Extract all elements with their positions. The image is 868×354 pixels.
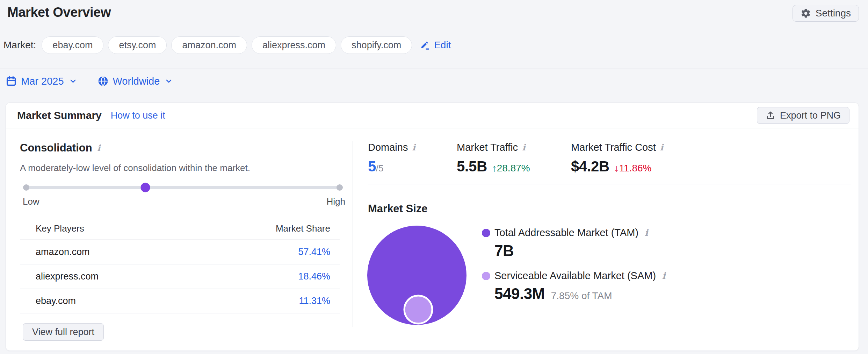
player-market-share[interactable]: 57.41% (196, 240, 340, 264)
market-label: Market: (3, 40, 36, 51)
page-header: Market Overview Settings (0, 0, 868, 22)
tam-legend-block: Total Addressable Market (TAM) i 7B (482, 227, 666, 260)
globe-icon (97, 76, 109, 87)
player-market-share[interactable]: 18.46% (196, 264, 340, 289)
export-icon (766, 111, 775, 120)
column-divider (353, 141, 353, 327)
info-icon[interactable]: i (97, 144, 101, 153)
stat-label: Domains i (368, 142, 440, 153)
slider-low-endpoint (23, 184, 29, 191)
stat-label-text: Domains (368, 142, 408, 153)
slider-low-label: Low (23, 196, 39, 207)
stat-value-row: 5 /5 (368, 158, 440, 175)
tam-value-row: 7B (494, 242, 666, 260)
market-traffic-value: 5.5B (457, 158, 487, 175)
region-selector-label: Worldwide (113, 76, 160, 87)
info-icon[interactable]: i (412, 143, 415, 152)
domains-value: 5 (368, 158, 376, 175)
market-domain-pill[interactable]: aliexpress.com (252, 36, 336, 54)
card-body: Consolidation i A moderately-low level o… (6, 128, 859, 351)
tam-dot-icon (482, 229, 490, 237)
consolidation-slider-handle[interactable] (140, 183, 150, 192)
calendar-icon (6, 76, 17, 87)
consolidation-title: Consolidation i (20, 142, 353, 154)
card-title: Market Summary (17, 109, 102, 121)
pencil-icon (420, 40, 431, 50)
stat-value-row: $4.2B ↓11.86% (571, 158, 851, 175)
stat-label-text: Market Traffic Cost (571, 142, 656, 153)
stat-label: Market Traffic Cost i (571, 142, 851, 153)
player-domain: aliexpress.com (20, 264, 196, 289)
slider-high-endpoint (337, 184, 343, 191)
sam-value: 549.3M (494, 285, 545, 303)
info-icon[interactable]: i (660, 143, 664, 152)
stat-label-text: Market Traffic (457, 142, 518, 153)
stats-divider (368, 184, 851, 184)
market-size-title: Market Size (368, 203, 851, 215)
info-icon[interactable]: i (645, 228, 648, 237)
slider-track (26, 186, 340, 189)
table-row: aliexpress.com 18.46% (20, 264, 340, 289)
market-bar: Market: ebay.com etsy.com amazon.com ali… (3, 36, 868, 54)
how-to-use-link[interactable]: How to use it (111, 110, 165, 121)
consolidation-panel: Consolidation i A moderately-low level o… (6, 128, 353, 351)
stat-domains: Domains i 5 /5 (368, 142, 440, 175)
sam-bubble[interactable] (404, 296, 432, 324)
card-header: Market Summary How to use it Export to P… (6, 103, 859, 128)
page-title: Market Overview (7, 5, 111, 20)
edit-link-label: Edit (434, 40, 451, 51)
market-domain-pill[interactable]: ebay.com (42, 36, 103, 54)
market-stats-panel: Domains i 5 /5 Market Traffic i 5.5 (353, 128, 859, 351)
gear-icon (801, 8, 811, 19)
date-selector-label: Mar 2025 (21, 76, 64, 87)
table-row: amazon.com 57.41% (20, 240, 340, 264)
sam-legend-row: Serviceable Available Market (SAM) i (482, 270, 666, 282)
market-size-body: Total Addressable Market (TAM) i 7B Serv… (368, 224, 851, 326)
market-traffic-cost-change: ↓11.86% (614, 163, 652, 174)
date-selector[interactable]: Mar 2025 (6, 76, 77, 87)
stat-label: Market Traffic i (457, 142, 556, 153)
player-market-share[interactable]: 11.31% (196, 289, 340, 313)
market-traffic-cost-value: $4.2B (571, 158, 609, 175)
info-icon[interactable]: i (522, 143, 526, 152)
table-row: ebay.com 11.31% (20, 289, 340, 313)
sam-label: Serviceable Available Market (SAM) (494, 270, 656, 282)
consolidation-slider (26, 183, 340, 192)
settings-button-label: Settings (816, 8, 851, 19)
sam-dot-icon (482, 272, 490, 280)
sam-percent-of-tam: 7.85% of TAM (551, 290, 612, 302)
tam-legend-row: Total Addressable Market (TAM) i (482, 227, 666, 239)
info-icon[interactable]: i (662, 271, 666, 280)
stat-value-row: 5.5B ↑28.87% (457, 158, 556, 175)
market-share-header: Market Share (196, 218, 340, 240)
stat-market-traffic-cost: Market Traffic Cost i $4.2B ↓11.86% (556, 142, 851, 175)
edit-market-link[interactable]: Edit (420, 40, 451, 51)
market-domain-pill[interactable]: shopify.com (341, 36, 412, 54)
player-domain: ebay.com (20, 289, 196, 313)
consolidation-title-text: Consolidation (20, 142, 92, 154)
key-players-header: Key Players (20, 218, 196, 240)
region-selector[interactable]: Worldwide (97, 76, 173, 87)
market-domain-pill[interactable]: amazon.com (171, 36, 247, 54)
stats-row: Domains i 5 /5 Market Traffic i 5.5 (368, 142, 851, 175)
market-domain-pill[interactable]: etsy.com (108, 36, 167, 54)
chevron-down-icon (165, 77, 173, 85)
slider-labels: Low High (23, 196, 345, 207)
market-size-bubble-chart (366, 224, 468, 326)
chevron-down-icon (69, 77, 77, 85)
filters-row: Mar 2025 Worldwide (6, 73, 868, 89)
sam-legend-block: Serviceable Available Market (SAM) i 549… (482, 270, 666, 303)
market-size-legend: Total Addressable Market (TAM) i 7B Serv… (482, 227, 666, 326)
tam-value: 7B (494, 242, 514, 260)
market-traffic-change: ↑28.87% (492, 163, 530, 174)
header-divider (0, 69, 868, 69)
view-full-report-button[interactable]: View full report (23, 323, 104, 341)
settings-button[interactable]: Settings (793, 5, 859, 22)
stat-market-traffic: Market Traffic i 5.5B ↑28.87% (440, 142, 556, 175)
export-to-png-button[interactable]: Export to PNG (757, 107, 849, 124)
player-domain: amazon.com (20, 240, 196, 264)
slider-high-label: High (327, 196, 345, 207)
domains-total: /5 (376, 163, 384, 174)
sam-value-row: 549.3M 7.85% of TAM (494, 285, 666, 303)
export-button-label: Export to PNG (780, 110, 841, 121)
